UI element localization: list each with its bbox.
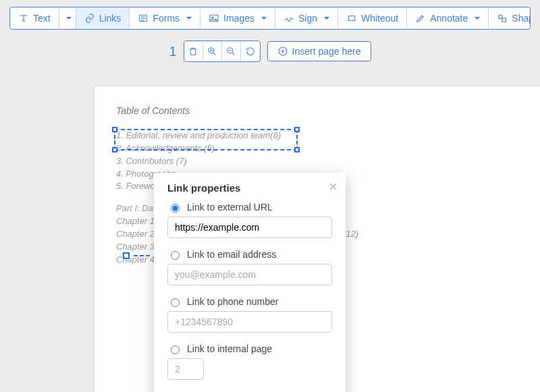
delete-page-button[interactable] (184, 41, 203, 61)
sign-button[interactable]: Sign (275, 7, 338, 29)
page-mini-controls (184, 40, 261, 62)
zoom-out-button[interactable] (222, 41, 241, 61)
svg-rect-3 (348, 16, 354, 21)
annotate-button[interactable]: Annotate (407, 7, 489, 29)
svg-point-4 (499, 15, 502, 18)
resize-handle-ne[interactable] (294, 127, 300, 132)
insert-page-label: Insert page here (292, 46, 361, 57)
resize-handle[interactable] (123, 252, 130, 259)
opt-email-radio[interactable] (171, 251, 180, 260)
zoom-out-icon (225, 46, 236, 57)
trash-icon (188, 46, 198, 57)
text-icon (18, 13, 29, 24)
opt-email-row[interactable]: Link to email address (167, 249, 332, 260)
zoom-in-icon (207, 46, 217, 57)
links-button[interactable]: Links (76, 7, 130, 29)
opt-url-label: Link to external URL (187, 202, 273, 213)
whiteout-icon (346, 13, 357, 24)
image-icon (209, 13, 219, 24)
link-properties-modal: × Link properties Link to external URL L… (154, 173, 346, 392)
chevron-down-icon (186, 17, 192, 20)
chevron-down-icon (66, 17, 72, 20)
sign-label: Sign (298, 13, 317, 24)
modal-title: Link properties (167, 182, 332, 194)
page-input[interactable] (167, 358, 204, 380)
rotate-icon (245, 46, 256, 57)
chevron-down-icon (475, 17, 480, 20)
opt-phone-radio[interactable] (171, 298, 180, 307)
close-button[interactable]: × (329, 179, 338, 194)
plus-circle-icon (277, 46, 288, 57)
shapes-label: Shapes (512, 13, 531, 24)
shapes-icon (497, 13, 508, 24)
rotate-button[interactable] (241, 41, 260, 61)
opt-page-row[interactable]: Link to internal page (167, 343, 332, 354)
insert-page-button[interactable]: Insert page here (267, 41, 371, 61)
forms-label: Forms (153, 13, 180, 24)
toc-title: Table of Contents (116, 105, 518, 116)
whiteout-label: Whiteout (361, 13, 398, 24)
forms-button[interactable]: Forms (130, 7, 200, 29)
opt-phone-row[interactable]: Link to phone number (167, 296, 332, 307)
shapes-button[interactable]: Shapes (489, 7, 531, 29)
resize-handle-nw[interactable] (112, 127, 117, 132)
resize-handle-se[interactable] (294, 147, 300, 152)
images-label: Images (223, 13, 254, 24)
page-controls-bar: 1 Insert page here (0, 30, 540, 74)
chevron-down-icon (261, 17, 267, 20)
dash-line (134, 255, 150, 256)
opt-page-label: Link to internal page (187, 343, 272, 354)
forms-icon (138, 13, 148, 24)
opt-page-radio[interactable] (171, 345, 180, 354)
url-input[interactable] (167, 217, 332, 238)
email-input[interactable] (167, 264, 332, 285)
link-selection-box[interactable] (114, 129, 298, 150)
whiteout-button[interactable]: Whiteout (338, 7, 407, 29)
resize-handle-sw[interactable] (112, 147, 117, 152)
opt-email-label: Link to email address (187, 249, 276, 260)
text-label: Text (33, 13, 51, 24)
page-number: 1 (169, 44, 176, 59)
annotate-icon (415, 13, 426, 24)
svg-point-2 (212, 17, 213, 18)
links-label: Links (99, 13, 122, 24)
sign-icon (284, 13, 294, 24)
opt-url-row[interactable]: Link to external URL (167, 202, 332, 213)
delete-link-button[interactable]: Delete link (167, 387, 332, 392)
annotate-label: Annotate (430, 13, 468, 24)
phone-input[interactable] (167, 311, 332, 333)
svg-rect-5 (502, 18, 506, 22)
opt-url-radio[interactable] (171, 204, 180, 213)
opt-phone-label: Link to phone number (187, 296, 278, 307)
link-icon (84, 13, 95, 24)
zoom-in-button[interactable] (203, 41, 222, 61)
main-toolbar: Text Links Forms Images Sign Whiteout (9, 7, 531, 30)
images-button[interactable]: Images (200, 7, 275, 29)
doc-line: 3. Contributors (7) (116, 155, 518, 168)
chevron-down-icon (324, 17, 329, 20)
text-dropdown[interactable] (59, 7, 76, 29)
text-button[interactable]: Text (10, 7, 59, 29)
